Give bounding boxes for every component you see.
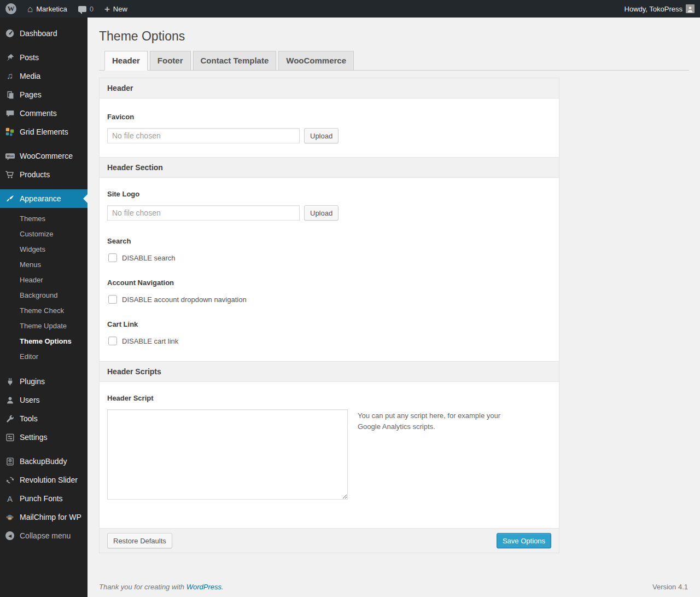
wp-logo-menu[interactable]: W <box>0 0 22 18</box>
footer-period: . <box>221 583 224 591</box>
section-header-section-title: Header Section <box>100 157 559 178</box>
sidebar-item-comments[interactable]: Comments <box>0 104 88 123</box>
tab-bar: Header Footer Contact Template WooCommer… <box>99 51 689 71</box>
submenu-item-theme-options[interactable]: Theme Options <box>0 334 88 349</box>
tab-footer[interactable]: Footer <box>150 51 191 71</box>
avatar <box>686 4 695 13</box>
appearance-submenu: Themes Customize Widgets Menus Header Ba… <box>0 208 88 369</box>
admin-bar-right: Howdy, TokoPress <box>619 0 700 18</box>
media-icon: ♫ <box>4 71 15 82</box>
header-script-textarea[interactable] <box>107 409 348 500</box>
header-script-label: Header Script <box>107 394 551 402</box>
submenu-item-background[interactable]: Background <box>0 288 88 303</box>
submenu-item-theme-check[interactable]: Theme Check <box>0 303 88 318</box>
sidebar-item-users[interactable]: Users <box>0 391 88 409</box>
disable-account-nav-checkbox[interactable] <box>108 295 117 304</box>
disable-account-nav-row: DISABLE account dropdown navigation <box>107 295 551 304</box>
tab-woocommerce[interactable]: WooCommerce <box>278 51 354 71</box>
wordpress-link[interactable]: WordPress <box>186 583 221 591</box>
tab-header[interactable]: Header <box>104 51 148 71</box>
pin-icon <box>4 52 15 63</box>
disable-search-row: DISABLE search <box>107 253 551 262</box>
sidebar-item-label: Revolution Slider <box>20 476 78 484</box>
section-header-body: Favicon Upload <box>100 98 559 157</box>
account-navigation-label: Account Navigation <box>107 279 551 287</box>
submenu-item-menus[interactable]: Menus <box>0 257 88 273</box>
cart-icon <box>4 169 15 180</box>
sidebar-item-label: Products <box>20 170 50 179</box>
wrench-icon <box>4 413 15 424</box>
backup-icon <box>4 456 15 467</box>
save-options-button[interactable]: Save Options <box>497 533 551 548</box>
sidebar-item-collapse-menu[interactable]: ◀ Collapse menu <box>0 526 88 545</box>
restore-defaults-button[interactable]: Restore Defaults <box>107 533 172 548</box>
sidebar-item-products[interactable]: Products <box>0 165 88 184</box>
sidebar-item-dashboard[interactable]: Dashboard <box>0 24 88 43</box>
sidebar-item-woocommerce[interactable]: Woo WooCommerce <box>0 147 88 165</box>
settings-icon <box>4 432 15 443</box>
sidebar-item-revolution-slider[interactable]: Revolution Slider <box>0 471 88 489</box>
footer-thanks-text: Thank you for creating with <box>99 583 184 591</box>
sidebar-item-label: MailChimp for WP <box>20 513 81 521</box>
comment-bubble-icon <box>78 6 86 12</box>
disable-cart-link-checkbox[interactable] <box>108 337 117 345</box>
favicon-file-input[interactable] <box>107 128 300 143</box>
disable-account-nav-label: DISABLE account dropdown navigation <box>122 295 247 304</box>
sidebar-item-settings[interactable]: Settings <box>0 428 88 447</box>
section-header-scripts-body: Header Script You can put any script her… <box>100 382 559 528</box>
my-account-menu[interactable]: Howdy, TokoPress <box>619 0 700 18</box>
comments-menu[interactable]: 0 <box>73 0 99 18</box>
sidebar-item-media[interactable]: ♫ Media <box>0 67 88 85</box>
page-title: Theme Options <box>99 18 689 44</box>
sidebar-item-label: Dashboard <box>20 29 57 38</box>
sidebar-item-backupbuddy[interactable]: BackupBuddy <box>0 452 88 471</box>
search-label: Search <box>107 237 551 245</box>
section-header-title: Header <box>100 78 559 98</box>
pages-icon <box>4 89 15 100</box>
grid-elements-icon <box>4 126 15 137</box>
submenu-item-header[interactable]: Header <box>0 273 88 288</box>
main-content: Theme Options Header Footer Contact Temp… <box>88 18 700 597</box>
site-name-label: Marketica <box>36 5 67 13</box>
section-header-section-body: Site Logo Upload Search DISABLE search A… <box>100 178 559 361</box>
users-icon <box>4 395 15 405</box>
sidebar-item-plugins[interactable]: Plugins <box>0 372 88 391</box>
sidebar-item-posts[interactable]: Posts <box>0 48 88 67</box>
sidebar-item-mailchimp[interactable]: MailChimp for WP <box>0 508 88 526</box>
submenu-item-theme-update[interactable]: Theme Update <box>0 318 88 334</box>
sidebar-item-label: Settings <box>20 433 48 442</box>
sidebar-item-label: WooCommerce <box>20 152 73 160</box>
footer-version: Version 4.1 <box>652 583 688 591</box>
site-logo-file-input[interactable] <box>107 205 300 221</box>
submenu-item-editor[interactable]: Editor <box>0 349 88 364</box>
sidebar-item-label: BackupBuddy <box>20 457 67 466</box>
site-name-menu[interactable]: ⌂ Marketica <box>22 0 73 18</box>
sidebar-item-tools[interactable]: Tools <box>0 409 88 428</box>
cart-link-label: Cart Link <box>107 320 551 328</box>
sidebar-item-appearance[interactable]: Appearance <box>0 189 88 208</box>
submenu-item-customize[interactable]: Customize <box>0 227 88 242</box>
menu-separator <box>0 184 88 189</box>
favicon-upload-button[interactable]: Upload <box>304 128 339 143</box>
sidebar-item-label: Punch Fonts <box>20 494 63 503</box>
new-content-menu[interactable]: + New <box>99 0 133 18</box>
submenu-item-themes[interactable]: Themes <box>0 211 88 227</box>
sidebar-item-pages[interactable]: Pages <box>0 85 88 104</box>
brush-icon <box>4 193 15 204</box>
disable-search-label: DISABLE search <box>122 254 176 262</box>
comments-icon <box>4 108 15 119</box>
sidebar-item-punch-fonts[interactable]: A Punch Fonts <box>0 489 88 508</box>
howdy-label: Howdy, TokoPress <box>625 5 682 13</box>
tab-contact-template[interactable]: Contact Template <box>193 51 277 71</box>
sidebar-item-label: Plugins <box>20 377 45 386</box>
disable-search-checkbox[interactable] <box>108 253 117 262</box>
sidebar-item-label: Media <box>20 72 40 80</box>
disable-cart-link-label: DISABLE cart link <box>122 337 178 345</box>
site-logo-upload-button[interactable]: Upload <box>304 205 339 221</box>
sidebar-item-grid-elements[interactable]: Grid Elements <box>0 123 88 141</box>
sidebar-item-label: Posts <box>20 53 39 62</box>
menu-separator <box>0 43 88 48</box>
submenu-item-widgets[interactable]: Widgets <box>0 242 88 257</box>
font-letter-icon: A <box>4 493 15 504</box>
sidebar-item-label: Users <box>20 396 40 404</box>
